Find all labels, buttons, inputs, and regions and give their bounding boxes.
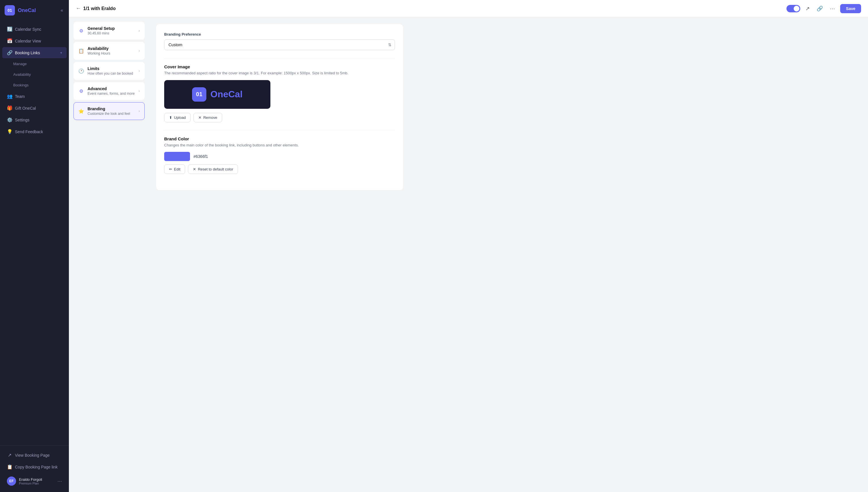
preference-select-wrapper: Custom Default None ⇅ [164, 39, 395, 50]
link-button[interactable]: 🔗 [815, 4, 825, 14]
general-setup-icon: ⚙ [78, 28, 84, 33]
calendar-sync-icon: 🔄 [7, 26, 12, 32]
submenu-item-limits[interactable]: 🕐 Limits How often you can be booked › [73, 62, 145, 80]
sidebar-item-booking-links[interactable]: 🔗 Booking Links ▾ [2, 47, 67, 58]
submenu-item-general-setup[interactable]: ⚙ General Setup 30,45,60 mins › [73, 22, 145, 40]
feedback-icon: 💡 [7, 129, 12, 134]
logo-text: OneCal [18, 7, 36, 14]
cover-logo-icon: 01 [192, 87, 206, 102]
sidebar-item-bookings[interactable]: Bookings [2, 80, 67, 90]
view-booking-page-button[interactable]: ↗ View Booking Page [2, 449, 67, 461]
cover-image-desc: The recommanded aspect ratio for the cov… [164, 70, 395, 76]
submenu-item-branding[interactable]: ⭐ Branding Customize the look and feel › [73, 102, 145, 120]
color-hex: #6366f1 [194, 154, 208, 159]
submenu-item-advanced[interactable]: ⚙ Advanced Event names, forms, and more … [73, 82, 145, 100]
copy-icon: 📋 [7, 464, 12, 470]
user-menu-button[interactable]: ⋯ [57, 478, 62, 484]
reset-icon: ✕ [193, 167, 196, 171]
branding-icon: ⭐ [78, 108, 84, 114]
color-swatch[interactable] [164, 152, 190, 161]
sidebar-item-settings[interactable]: ⚙️ Settings [2, 114, 67, 125]
reset-color-button[interactable]: ✕ Reset to default color [188, 165, 238, 174]
gift-icon: 🎁 [7, 105, 12, 111]
cover-image-preview: 01 OneCal [164, 80, 270, 109]
avatar: EF [7, 476, 16, 486]
calendar-view-icon: 📅 [7, 38, 12, 44]
save-button[interactable]: Save [840, 4, 861, 13]
sidebar-logo: 01 OneCal « [0, 0, 69, 21]
edit-color-button[interactable]: ✏ Edit [164, 165, 185, 174]
availability-icon: 📋 [78, 48, 84, 54]
brand-color-desc: Changes the main color of the booking li… [164, 142, 395, 148]
booking-links-icon: 🔗 [7, 50, 12, 55]
sidebar-item-availability[interactable]: Availability [2, 70, 67, 79]
external-link-button[interactable]: ↗ [804, 4, 812, 14]
more-options-button[interactable]: ⋯ [828, 4, 837, 14]
content-area: ⚙ General Setup 30,45,60 mins › 📋 Availa… [69, 17, 868, 492]
sidebar-item-team[interactable]: 👥 Team [2, 91, 67, 102]
divider-1 [164, 58, 395, 58]
remove-icon: ✕ [198, 115, 201, 120]
booking-links-chevron-icon: ▾ [60, 51, 62, 55]
topbar: ← 1/1 with Eraldo ↗ 🔗 ⋯ Save [69, 0, 868, 17]
back-button[interactable]: ← 1/1 with Eraldo [76, 5, 116, 11]
branding-panel: Branding Preference Custom Default None … [156, 24, 403, 190]
team-icon: 👥 [7, 94, 12, 99]
limits-icon: 🕐 [78, 68, 84, 74]
limits-chevron-icon: › [139, 69, 140, 73]
sidebar: 01 OneCal « 🔄 Calendar Sync 📅 Calendar V… [0, 0, 69, 492]
settings-icon: ⚙️ [7, 117, 12, 123]
divider-2 [164, 130, 395, 131]
edit-icon: ✏ [169, 167, 172, 171]
back-arrow-icon: ← [76, 5, 81, 11]
availability-chevron-icon: › [139, 49, 140, 53]
advanced-chevron-icon: › [139, 89, 140, 93]
upload-icon: ⬆ [169, 115, 172, 120]
collapse-sidebar-button[interactable]: « [59, 7, 64, 14]
sidebar-item-calendar-sync[interactable]: 🔄 Calendar Sync [2, 24, 67, 35]
sidebar-item-calendar-view[interactable]: 📅 Calendar View [2, 35, 67, 47]
user-details: Eraldo Forgoli Premium Plan [19, 477, 54, 485]
sidebar-bottom: ↗ View Booking Page 📋 Copy Booking Page … [0, 445, 69, 492]
external-link-icon: ↗ [7, 452, 12, 458]
user-info: EF Eraldo Forgoli Premium Plan ⋯ [2, 474, 67, 489]
cover-logo: 01 OneCal [192, 87, 243, 102]
sidebar-nav: 🔄 Calendar Sync 📅 Calendar View 🔗 Bookin… [0, 21, 69, 445]
submenu-item-availability[interactable]: 📋 Availability Working Hours › [73, 42, 145, 60]
sidebar-item-manage[interactable]: Manage [2, 59, 67, 69]
cover-image-title: Cover Image [164, 64, 395, 69]
remove-button[interactable]: ✕ Remove [194, 113, 222, 122]
sidebar-item-gift-onecal[interactable]: 🎁 Gift OneCal [2, 102, 67, 114]
color-buttons: ✏ Edit ✕ Reset to default color [164, 165, 395, 174]
preference-select[interactable]: Custom Default None [164, 39, 395, 50]
cover-logo-text: OneCal [210, 89, 243, 100]
right-panel: Branding Preference Custom Default None … [149, 17, 868, 492]
main: ← 1/1 with Eraldo ↗ 🔗 ⋯ Save ⚙ General S… [69, 0, 868, 492]
branding-chevron-icon: › [139, 109, 140, 113]
general-setup-chevron-icon: › [139, 29, 140, 33]
brand-color-title: Brand Color [164, 137, 395, 141]
logo-icon: 01 [5, 5, 15, 16]
submenu: ⚙ General Setup 30,45,60 mins › 📋 Availa… [69, 17, 149, 492]
advanced-icon: ⚙ [78, 89, 84, 94]
sidebar-item-send-feedback[interactable]: 💡 Send Feedback [2, 126, 67, 137]
preference-label: Branding Preference [164, 32, 395, 36]
topbar-actions: ↗ 🔗 ⋯ Save [787, 4, 861, 14]
cover-image-buttons: ⬆ Upload ✕ Remove [164, 113, 395, 122]
color-display: #6366f1 [164, 152, 395, 161]
active-toggle[interactable] [787, 5, 800, 13]
copy-booking-link-button[interactable]: 📋 Copy Booking Page link [2, 461, 67, 472]
upload-button[interactable]: ⬆ Upload [164, 113, 191, 122]
